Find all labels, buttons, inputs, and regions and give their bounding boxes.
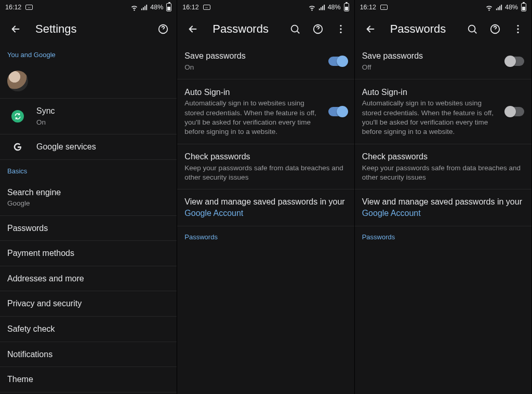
search-button[interactable] <box>462 19 483 39</box>
check-passwords-title: Check passwords <box>362 151 524 162</box>
auto-signin-row[interactable]: Auto Sign-in Automatically sign in to we… <box>177 79 354 144</box>
status-time: 16:12 <box>5 4 21 11</box>
sync-title: Sync <box>36 105 169 117</box>
check-passwords-sub: Keep your passwords safe from data breac… <box>184 164 347 182</box>
page-title: Settings <box>35 22 151 36</box>
manage-prefix: View and manage saved passwords in your <box>184 197 344 206</box>
check-passwords-row[interactable]: Check passwords Keep your passwords safe… <box>177 144 354 189</box>
search-engine-row[interactable]: Search engine Google <box>0 180 177 216</box>
safety-row[interactable]: Safety check <box>0 317 177 342</box>
sync-icon-wrap <box>7 110 28 123</box>
svg-point-13 <box>517 32 518 33</box>
manage-passwords-text: View and manage saved passwords in your … <box>362 196 524 219</box>
check-passwords-row[interactable]: Check passwords Keep your passwords safe… <box>355 144 531 189</box>
save-passwords-sub: Off <box>362 63 497 72</box>
more-button[interactable] <box>330 19 351 39</box>
save-passwords-sub: On <box>184 63 320 72</box>
auto-signin-row[interactable]: Auto Sign-in Automatically sign in to we… <box>355 79 531 144</box>
manage-passwords-text: View and manage saved passwords in your … <box>184 196 347 219</box>
search-engine-title: Search engine <box>7 187 169 198</box>
notifications-label: Notifications <box>7 349 169 360</box>
safety-label: Safety check <box>7 323 169 335</box>
passwords-section-label: Passwords <box>355 226 531 247</box>
svg-point-12 <box>517 28 518 30</box>
payment-row[interactable]: Payment methods <box>0 241 177 266</box>
back-button[interactable] <box>182 19 203 39</box>
save-passwords-toggle[interactable] <box>506 57 524 66</box>
battery-icon <box>166 3 171 11</box>
passwords-row[interactable]: Passwords <box>0 216 177 241</box>
save-passwords-title: Save passwords <box>184 50 320 62</box>
statusbar: 16:12 ◦◦ 48% <box>177 0 354 15</box>
auto-signin-toggle[interactable] <box>506 107 524 116</box>
account-row[interactable] <box>0 64 177 98</box>
notifications-row[interactable]: Notifications <box>0 342 177 368</box>
payment-label: Payment methods <box>7 248 169 259</box>
screen-passwords-off: 16:12 ◦◦ 48% Passwords Save passwords Of… <box>355 0 532 394</box>
wifi-icon <box>485 4 493 11</box>
manage-passwords-row[interactable]: View and manage saved passwords in your … <box>177 189 354 226</box>
help-button[interactable] <box>308 19 328 39</box>
google-icon <box>7 141 28 153</box>
appbar: Passwords <box>177 15 354 44</box>
addresses-label: Addresses and more <box>7 273 169 284</box>
addresses-row[interactable]: Addresses and more <box>0 266 177 292</box>
help-button[interactable] <box>153 19 174 39</box>
back-button[interactable] <box>360 19 381 39</box>
statusbar: 16:12 ◦◦ 48% <box>355 0 531 15</box>
sync-sub: On <box>36 118 169 127</box>
more-button[interactable] <box>508 19 528 39</box>
manage-passwords-row[interactable]: View and manage saved passwords in your … <box>355 189 531 226</box>
svg-point-7 <box>340 32 341 33</box>
screen-settings: 16:12 ◦◦ 48% Settings You and Google <box>0 0 177 394</box>
save-passwords-toggle[interactable] <box>328 57 347 66</box>
back-button[interactable] <box>5 19 26 39</box>
google-account-link[interactable]: Google Account <box>362 209 421 218</box>
page-title: Passwords <box>390 22 460 36</box>
theme-label: Theme <box>7 374 169 385</box>
auto-signin-sub: Automatically sign in to websites using … <box>184 99 320 137</box>
search-button[interactable] <box>285 19 305 39</box>
battery-icon <box>521 3 526 11</box>
wifi-icon <box>130 4 138 11</box>
wifi-icon <box>308 4 316 11</box>
status-battery-pct: 48% <box>328 4 341 11</box>
appbar: Settings <box>0 15 177 44</box>
svg-point-9 <box>469 25 475 32</box>
theme-row[interactable]: Theme <box>0 367 177 392</box>
google-services-label: Google services <box>36 141 169 153</box>
auto-signin-title: Auto Sign-in <box>362 87 497 98</box>
sync-icon <box>11 110 24 123</box>
status-time: 16:12 <box>182 4 198 11</box>
svg-point-3 <box>291 25 298 32</box>
signal-icon <box>318 4 326 11</box>
google-services-row[interactable]: Google services <box>0 134 177 160</box>
battery-icon <box>344 3 349 11</box>
page-title: Passwords <box>212 22 282 36</box>
signal-icon <box>495 4 503 11</box>
notif-icon: ◦◦ <box>203 5 210 10</box>
privacy-row[interactable]: Privacy and security <box>0 291 177 317</box>
svg-point-11 <box>517 25 518 26</box>
privacy-label: Privacy and security <box>7 298 169 309</box>
google-account-link[interactable]: Google Account <box>184 209 243 218</box>
auto-signin-title: Auto Sign-in <box>184 87 320 98</box>
manage-prefix: View and manage saved passwords in your <box>362 197 522 206</box>
save-passwords-row[interactable]: Save passwords Off <box>355 44 531 79</box>
status-battery-pct: 48% <box>505 4 518 11</box>
status-time: 16:12 <box>360 4 376 11</box>
section-basics: Basics <box>0 160 177 180</box>
check-passwords-sub: Keep your passwords safe from data breac… <box>362 164 524 182</box>
save-passwords-row[interactable]: Save passwords On <box>177 44 354 79</box>
auto-signin-sub: Automatically sign in to websites using … <box>362 99 497 137</box>
statusbar: 16:12 ◦◦ 48% <box>0 0 177 15</box>
section-you-and-google: You and Google <box>0 44 177 64</box>
screen-passwords-on: 16:12 ◦◦ 48% Passwords Save passwords On… <box>177 0 354 394</box>
passwords-label: Passwords <box>7 223 169 234</box>
signal-icon <box>140 4 148 11</box>
sync-row[interactable]: Sync On <box>0 98 177 134</box>
check-passwords-title: Check passwords <box>184 151 347 162</box>
auto-signin-toggle[interactable] <box>328 107 347 116</box>
help-button[interactable] <box>485 19 506 39</box>
svg-point-6 <box>340 28 341 30</box>
